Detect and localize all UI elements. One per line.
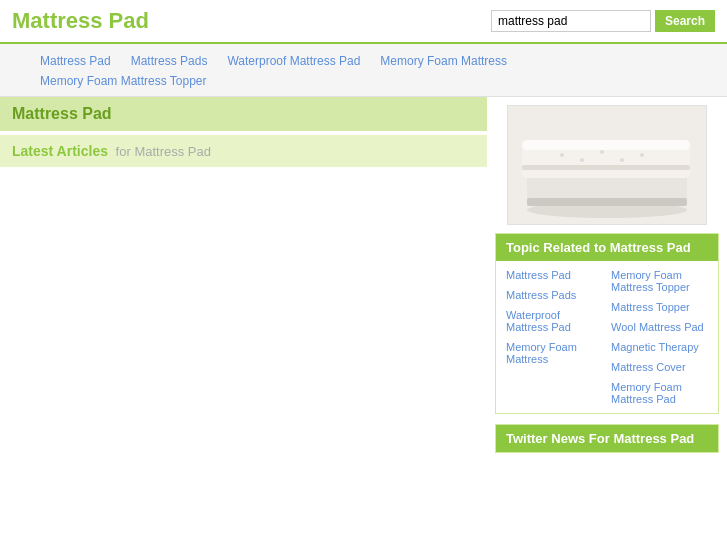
latest-bold: Latest Articles [12,143,108,159]
svg-point-10 [620,158,624,162]
topic-box: Topic Related to Mattress Pad Mattress P… [495,233,719,414]
topic-link-mattress-topper[interactable]: Mattress Topper [611,301,708,313]
nav-link-topper[interactable]: Memory Foam Mattress Topper [40,74,207,88]
nav: Mattress Pad Mattress Pads Waterproof Ma… [0,44,727,97]
svg-point-6 [560,153,564,157]
topic-link-mattress-cover[interactable]: Mattress Cover [611,361,708,373]
topic-links-col1: Mattress Pad Mattress Pads Waterproof Ma… [506,269,603,405]
nav-link-mattress-pads[interactable]: Mattress Pads [131,54,208,68]
search-input[interactable] [491,10,651,32]
articles-area [0,171,487,371]
header: Mattress Pad Search [0,0,727,44]
latest-sub: for Mattress Pad [116,144,211,159]
svg-rect-4 [522,140,690,150]
topic-link-wool-pad[interactable]: Wool Mattress Pad [611,321,708,333]
nav-link-waterproof[interactable]: Waterproof Mattress Pad [227,54,360,68]
topic-links-col2: Memory Foam Mattress Topper Mattress Top… [611,269,708,405]
topic-link-magnetic-therapy[interactable]: Magnetic Therapy [611,341,708,353]
nav-row1: Mattress Pad Mattress Pads Waterproof Ma… [40,54,687,68]
main-content: Mattress Pad Latest Articles for Mattres… [0,97,727,461]
svg-point-7 [600,150,604,154]
twitter-box: Twitter News For Mattress Pad [495,424,719,453]
site-title: Mattress Pad [12,8,149,34]
topic-link-memory-foam-pad[interactable]: Memory Foam Mattress Pad [611,381,708,405]
topic-link-mattress-pads[interactable]: Mattress Pads [506,289,603,301]
nav-link-mattress-pad[interactable]: Mattress Pad [40,54,111,68]
svg-point-9 [580,158,584,162]
latest-articles-header: Latest Articles for Mattress Pad [0,135,487,167]
twitter-box-header: Twitter News For Mattress Pad [496,425,718,452]
left-content: Mattress Pad Latest Articles for Mattres… [0,97,487,461]
svg-rect-11 [527,198,687,206]
topic-links: Mattress Pad Mattress Pads Waterproof Ma… [496,261,718,413]
topic-link-memory-foam-mattress[interactable]: Memory Foam Mattress [506,341,603,365]
search-area: Search [491,10,715,32]
topic-link-waterproof-pad[interactable]: Waterproof Mattress Pad [506,309,603,333]
svg-point-8 [640,153,644,157]
section-header: Mattress Pad [0,97,487,131]
svg-rect-5 [522,165,690,170]
nav-link-memory-foam[interactable]: Memory Foam Mattress [380,54,507,68]
right-sidebar: Topic Related to Mattress Pad Mattress P… [487,97,727,461]
search-button[interactable]: Search [655,10,715,32]
topic-box-header: Topic Related to Mattress Pad [496,234,718,261]
mattress-image [507,105,707,225]
section-title: Mattress Pad [12,105,475,123]
topic-link-mattress-pad[interactable]: Mattress Pad [506,269,603,281]
topic-link-memory-foam-topper[interactable]: Memory Foam Mattress Topper [611,269,708,293]
nav-row2: Memory Foam Mattress Topper [40,74,687,88]
